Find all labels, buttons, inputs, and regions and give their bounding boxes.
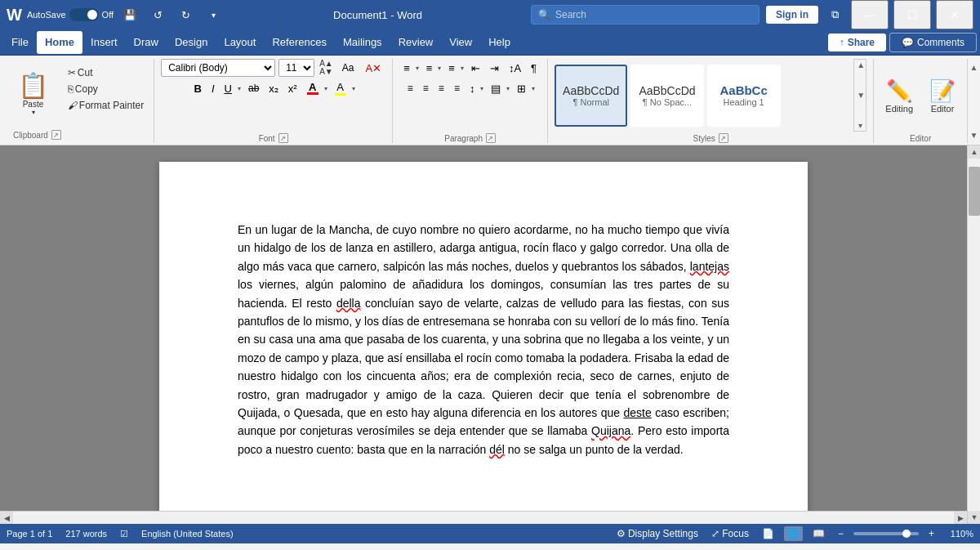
- undo-button[interactable]: ↺: [146, 3, 169, 26]
- zoom-out-button[interactable]: −: [835, 526, 847, 541]
- justify-button[interactable]: ≡: [450, 79, 464, 97]
- menu-file[interactable]: File: [3, 31, 37, 54]
- change-case-button[interactable]: Aa: [338, 59, 359, 77]
- styles-scroll-up[interactable]: ▲: [854, 60, 866, 70]
- scroll-right-button[interactable]: ▶: [954, 512, 967, 525]
- ribbon-display-button[interactable]: ⧉: [823, 3, 846, 26]
- sort-button[interactable]: ↕A: [505, 59, 525, 77]
- menu-home[interactable]: Home: [37, 31, 82, 54]
- strikethrough-button[interactable]: ab: [244, 79, 263, 97]
- menu-review[interactable]: Review: [390, 31, 442, 54]
- clear-format-button[interactable]: A✕: [361, 59, 385, 77]
- customize-button[interactable]: ▾: [202, 3, 225, 26]
- menu-view[interactable]: View: [441, 31, 480, 54]
- styles-expand[interactable]: ↗: [719, 133, 728, 143]
- shading-button[interactable]: ▤: [487, 79, 505, 97]
- styles-scroll-down[interactable]: ▼: [854, 90, 866, 101]
- print-layout-button[interactable]: 📄: [759, 526, 777, 541]
- numbering-button[interactable]: ≡: [422, 59, 437, 77]
- zoom-level[interactable]: 110%: [944, 529, 973, 539]
- ribbon-scroll-down[interactable]: ▼: [968, 128, 981, 141]
- multilevel-button[interactable]: ≡: [444, 59, 459, 77]
- scroll-thumb[interactable]: [969, 167, 980, 216]
- shading-dropdown[interactable]: ▾: [505, 84, 511, 93]
- show-formatting-button[interactable]: ¶: [527, 59, 541, 77]
- increase-indent-button[interactable]: ⇥: [486, 59, 503, 77]
- menu-design[interactable]: Design: [167, 31, 216, 54]
- search-box[interactable]: 🔍 Search: [531, 5, 760, 25]
- decrease-indent-button[interactable]: ⇤: [467, 59, 484, 77]
- close-button[interactable]: ✕: [936, 0, 973, 29]
- style-no-spacing[interactable]: AaBbCcDd ¶ No Spac...: [630, 65, 703, 127]
- multilevel-dropdown[interactable]: ▾: [459, 64, 466, 73]
- scroll-up-button[interactable]: ▲: [968, 145, 980, 159]
- font-expand[interactable]: ↗: [278, 133, 288, 143]
- numbering-dropdown[interactable]: ▾: [436, 64, 443, 73]
- line-spacing-button[interactable]: ↕: [466, 79, 479, 97]
- scroll-track[interactable]: [968, 159, 980, 511]
- doc-page[interactable]: En un lugar de la Mancha, de cuyo nombre…: [159, 162, 808, 511]
- subscript-button[interactable]: x₂: [265, 79, 283, 97]
- font-row1: Calibri (Body) 11 A▲ A▼ Aa A✕: [161, 59, 385, 77]
- scroll-down-button[interactable]: ▼: [968, 511, 980, 524]
- menu-layout[interactable]: Layout: [216, 31, 264, 54]
- align-left-button[interactable]: ≡: [403, 79, 417, 97]
- bullets-dropdown[interactable]: ▾: [414, 64, 421, 73]
- autosave-toggle[interactable]: [69, 8, 99, 21]
- editing-button[interactable]: ✏️ Editing: [880, 75, 918, 117]
- align-right-button[interactable]: ≡: [434, 79, 448, 97]
- zoom-slider[interactable]: [853, 532, 919, 535]
- superscript-button[interactable]: x²: [284, 79, 301, 97]
- web-layout-button[interactable]: 🌐: [784, 526, 803, 541]
- underline-dropdown[interactable]: ▾: [236, 84, 243, 93]
- ribbon-scroll-up[interactable]: ▲: [968, 60, 981, 74]
- sign-in-button[interactable]: Sign in: [766, 6, 818, 24]
- vertical-scrollbar[interactable]: ▲ ▼: [967, 145, 980, 524]
- maximize-button[interactable]: ☐: [893, 0, 931, 29]
- italic-button[interactable]: I: [207, 79, 219, 97]
- paste-button[interactable]: 📋 Paste ▾: [13, 68, 53, 119]
- font-color-dropdown[interactable]: ▾: [323, 84, 329, 93]
- highlight-dropdown[interactable]: ▾: [350, 84, 357, 93]
- paragraph-expand[interactable]: ↗: [486, 133, 496, 143]
- zoom-in-button[interactable]: +: [925, 526, 938, 541]
- highlight-button[interactable]: A: [331, 79, 350, 97]
- style-heading1[interactable]: AaBbCc Heading 1: [707, 65, 781, 127]
- doc-scroll-area[interactable]: En un lugar de la Mancha, de cuyo nombre…: [0, 145, 967, 511]
- menu-mailings[interactable]: Mailings: [335, 31, 390, 54]
- bold-button[interactable]: B: [190, 79, 206, 97]
- comments-button[interactable]: 💬 Comments: [889, 33, 977, 52]
- read-mode-button[interactable]: 📖: [809, 526, 828, 541]
- cut-button[interactable]: ✂ Cut: [65, 65, 147, 80]
- menu-help[interactable]: Help: [480, 31, 519, 54]
- horizontal-scrollbar[interactable]: ◀ ▶: [0, 511, 967, 524]
- editor-button[interactable]: 📝 Editor: [924, 75, 960, 117]
- menu-draw[interactable]: Draw: [126, 31, 167, 54]
- bullets-button[interactable]: ≡: [399, 59, 414, 77]
- borders-button[interactable]: ⊞: [513, 79, 530, 97]
- doc-paragraph[interactable]: En un lugar de la Mancha, de cuyo nombre…: [238, 221, 729, 458]
- format-painter-button[interactable]: 🖌 Format Painter: [65, 98, 147, 113]
- redo-button[interactable]: ↻: [174, 3, 197, 26]
- borders-dropdown[interactable]: ▾: [530, 84, 537, 93]
- styles-more[interactable]: ▾: [854, 120, 866, 131]
- display-settings-button[interactable]: ⚙ Display Settings: [613, 526, 702, 541]
- align-center-button[interactable]: ≡: [419, 79, 433, 97]
- menu-references[interactable]: References: [264, 31, 334, 54]
- save-button[interactable]: 💾: [118, 3, 141, 26]
- underline-button[interactable]: U: [220, 79, 236, 97]
- font-family-select[interactable]: Calibri (Body): [161, 59, 275, 77]
- focus-button[interactable]: ⤢ Focus: [708, 526, 752, 541]
- share-button[interactable]: ↑ Share: [828, 34, 886, 51]
- font-shrink-button[interactable]: A▼: [318, 68, 335, 76]
- clipboard-expand[interactable]: ↗: [51, 130, 61, 140]
- style-normal[interactable]: AaBbCcDd ¶ Normal: [555, 65, 627, 127]
- font-color-button[interactable]: A: [303, 79, 323, 97]
- copy-button[interactable]: ⎘ Copy: [65, 82, 147, 96]
- minimize-button[interactable]: —: [851, 0, 889, 29]
- menu-insert[interactable]: Insert: [82, 31, 126, 54]
- line-spacing-dropdown[interactable]: ▾: [479, 84, 485, 93]
- scroll-left-button[interactable]: ◀: [0, 512, 13, 525]
- font-size-select[interactable]: 11: [278, 59, 314, 77]
- language[interactable]: English (United States): [141, 529, 234, 539]
